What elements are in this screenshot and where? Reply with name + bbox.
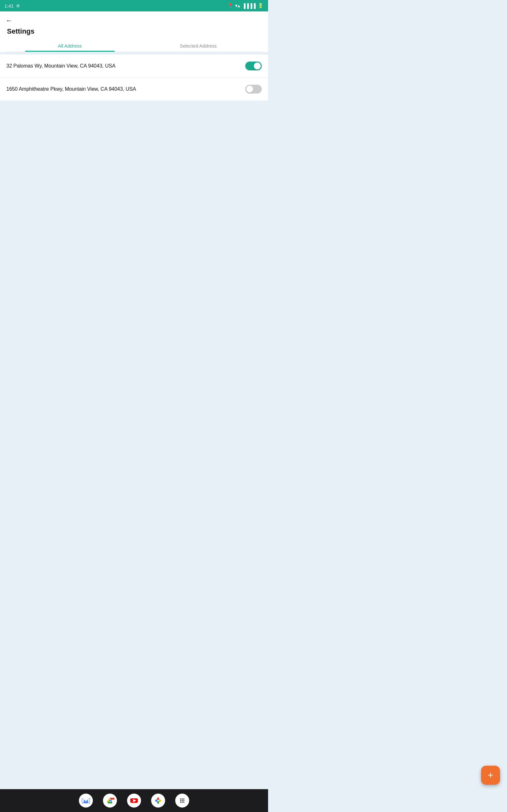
back-button[interactable]: ←	[6, 15, 13, 26]
back-arrow-icon: ←	[6, 16, 13, 25]
location-icon: 📍	[227, 3, 233, 9]
toggle-2[interactable]	[245, 85, 262, 94]
main-content	[0, 101, 268, 439]
tab-all-address[interactable]: All Address	[6, 39, 134, 52]
address-list: 32 Palomas Wy, Mountain View, CA 94043, …	[0, 55, 268, 101]
battery-icon: 🔋	[258, 3, 264, 9]
time-display: 1:41	[4, 3, 14, 9]
wifi-icon: ▾▴	[235, 3, 240, 9]
page-title: Settings	[6, 26, 262, 36]
address-text-1: 32 Palomas Wy, Mountain View, CA 94043, …	[6, 63, 245, 69]
status-bar: 1:41 ⚙ 📍 ▾▴ ▐▐▐▐ 🔋	[0, 0, 268, 11]
settings-icon: ⚙	[16, 3, 20, 8]
status-bar-left: 1:41 ⚙	[4, 3, 20, 9]
address-item-1: 32 Palomas Wy, Mountain View, CA 94043, …	[0, 55, 268, 78]
tabs-container: All Address Selected Address	[6, 39, 262, 52]
signal-icon: ▐▐▐▐	[242, 3, 256, 9]
toggle-1[interactable]	[245, 61, 262, 70]
status-bar-right: 📍 ▾▴ ▐▐▐▐ 🔋	[227, 3, 264, 9]
tab-selected-address[interactable]: Selected Address	[134, 39, 262, 52]
toggle-slider-1	[245, 61, 262, 70]
toggle-slider-2	[245, 85, 262, 94]
header: ← Settings All Address Selected Address	[0, 11, 268, 52]
address-item-2: 1650 Amphitheatre Pkwy, Mountain View, C…	[0, 78, 268, 101]
address-text-2: 1650 Amphitheatre Pkwy, Mountain View, C…	[6, 86, 245, 92]
